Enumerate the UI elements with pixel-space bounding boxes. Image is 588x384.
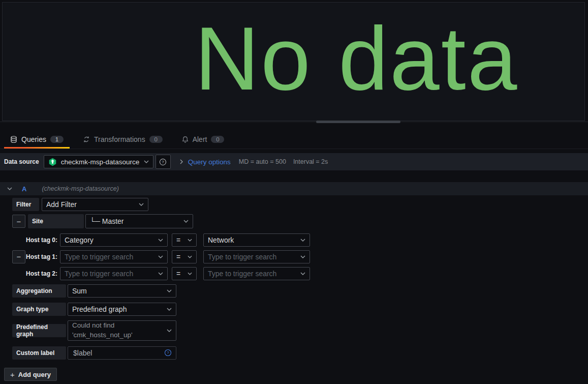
chevron-right-icon: [180, 159, 183, 164]
remove-site-filter-button[interactable]: −: [12, 215, 25, 228]
svg-text:?: ?: [162, 160, 164, 164]
chevron-down-icon: [144, 160, 149, 163]
host-tag-1-operator-select[interactable]: =: [172, 250, 197, 263]
host-tag-0-row: Host tag 0: Category = Network: [12, 233, 310, 247]
tab-queries[interactable]: Queries 1: [4, 130, 70, 149]
chevron-down-icon: [300, 239, 305, 242]
custom-label-input[interactable]: [72, 348, 150, 358]
predefined-graph-select-value: Could not find 'cmk_hosts_not_up': [72, 321, 153, 340]
custom-label-field-wrap: ?: [68, 346, 176, 360]
chevron-down-icon: [167, 308, 172, 311]
add-filter-select-value: Add Filter: [46, 200, 77, 209]
query-options-link[interactable]: Query options: [188, 158, 231, 166]
tab-transformations-label: Transformations: [94, 135, 145, 143]
question-circle-icon: ?: [159, 158, 167, 166]
add-filter-select[interactable]: Add Filter: [42, 198, 148, 211]
checkmk-icon: [48, 158, 57, 166]
query-ref-id[interactable]: A: [22, 185, 26, 193]
chevron-down-icon: [300, 255, 305, 258]
filter-row: Filter Add Filter: [12, 198, 148, 211]
host-tag-0-label: Host tag 0:: [25, 237, 57, 244]
site-select[interactable]: └─ Master: [85, 214, 193, 228]
graph-type-select-value: Predefined graph: [72, 305, 127, 313]
minus-icon: −: [17, 252, 21, 261]
svg-text:?: ?: [167, 350, 169, 355]
graph-type-select[interactable]: Predefined graph: [68, 303, 176, 316]
panel-splitter-line: [0, 122, 588, 122]
filter-label: Filter: [12, 198, 39, 211]
minus-icon: −: [17, 217, 21, 226]
host-tag-1-value-placeholder: Type to trigger search: [208, 253, 276, 261]
host-tag-2-label: Host tag 2:: [25, 270, 57, 277]
host-tag-1-value-select[interactable]: Type to trigger search: [203, 250, 310, 263]
predefined-graph-select[interactable]: Could not find 'cmk_hosts_not_up': [68, 320, 176, 341]
host-tag-0-operator-value: =: [176, 236, 180, 244]
site-filter-row: − Site └─ Master: [12, 214, 193, 228]
chevron-down-icon: [188, 239, 192, 242]
datasource-select[interactable]: checkmk-msp-datasource: [44, 155, 153, 168]
datasource-help-button[interactable]: ?: [156, 155, 171, 169]
host-tag-1-operator-value: =: [176, 253, 180, 261]
add-query-button[interactable]: + Add query: [4, 368, 57, 381]
host-tag-0-operator-select[interactable]: =: [172, 233, 197, 247]
host-tag-0-tag-select[interactable]: Category: [60, 233, 168, 247]
tab-alert-count: 0: [211, 136, 224, 143]
interval-stat: Interval = 2s: [293, 158, 328, 165]
panel-resize-handle[interactable]: [316, 121, 400, 123]
aggregation-label: Aggregation: [12, 284, 66, 298]
tab-alert-label: Alert: [193, 135, 207, 143]
graph-type-label: Graph type: [12, 303, 66, 316]
custom-label-row: Custom label ?: [12, 346, 176, 360]
no-data-message: No data: [195, 14, 518, 103]
host-tag-1-label: Host tag 1:: [25, 253, 57, 260]
chevron-down-icon: [167, 289, 172, 292]
chevron-down-icon: [167, 329, 172, 332]
chevron-down-icon: [158, 239, 163, 242]
host-tag-1-tag-select[interactable]: Type to trigger search: [60, 250, 168, 263]
tab-queries-label: Queries: [21, 135, 46, 143]
plus-icon: +: [10, 370, 15, 379]
question-circle-icon[interactable]: ?: [164, 349, 172, 357]
editor-tabbar: Queries 1 Transformations 0: [0, 130, 588, 149]
chevron-down-icon[interactable]: [7, 187, 12, 190]
chevron-down-icon: [188, 255, 192, 258]
transform-icon: [83, 136, 90, 143]
bell-icon: [182, 136, 189, 143]
tab-transformations-count: 0: [149, 136, 163, 143]
host-tag-0-tag-value: Category: [65, 236, 94, 244]
chevron-down-icon: [183, 220, 189, 223]
max-data-points-stat: MD = auto = 500: [239, 158, 286, 165]
aggregation-row: Aggregation Sum: [12, 284, 176, 298]
tab-alert[interactable]: Alert 0: [176, 130, 231, 149]
datasource-bar: Data source checkmk-msp-datasource ?: [0, 153, 588, 170]
aggregation-select[interactable]: Sum: [68, 284, 176, 298]
grafana-panel-editor: No data Queries 1: [0, 0, 588, 384]
host-tag-2-tag-select[interactable]: Type to trigger search: [60, 267, 168, 280]
query-row-header[interactable]: A (checkmk-msp-datasource): [0, 182, 588, 195]
host-tag-2-operator-value: =: [176, 270, 180, 278]
datasource-select-value: checkmk-msp-datasource: [61, 158, 140, 166]
datasource-label: Data source: [4, 158, 39, 165]
host-tag-0-value-select[interactable]: Network: [203, 233, 310, 247]
tab-queries-count: 1: [50, 136, 64, 143]
chevron-down-icon: [158, 255, 163, 258]
host-tag-0-value: Network: [208, 236, 234, 244]
aggregation-select-value: Sum: [72, 287, 87, 295]
chevron-down-icon: [188, 272, 192, 275]
query-options-expand-button[interactable]: [180, 159, 183, 164]
remove-host-tag-button[interactable]: −: [12, 250, 25, 263]
predefined-graph-row: Predefined graph Could not find 'cmk_hos…: [12, 320, 176, 341]
query-datasource-hint: (checkmk-msp-datasource): [42, 185, 118, 192]
host-tag-2-row: Host tag 2: Type to trigger search = Typ…: [12, 267, 310, 280]
custom-label-label: Custom label: [12, 346, 66, 360]
host-tag-2-operator-select[interactable]: =: [172, 267, 197, 280]
row-spacer: [12, 233, 25, 247]
site-select-value: └─ Master: [90, 217, 124, 225]
tab-transformations[interactable]: Transformations 0: [77, 130, 169, 149]
host-tag-2-value-select[interactable]: Type to trigger search: [203, 267, 310, 280]
host-tag-2-tag-placeholder: Type to trigger search: [65, 270, 133, 278]
chevron-down-icon: [158, 272, 163, 275]
active-tab-underline: [4, 147, 70, 149]
row-spacer: [12, 267, 25, 280]
chevron-down-icon: [139, 203, 144, 206]
